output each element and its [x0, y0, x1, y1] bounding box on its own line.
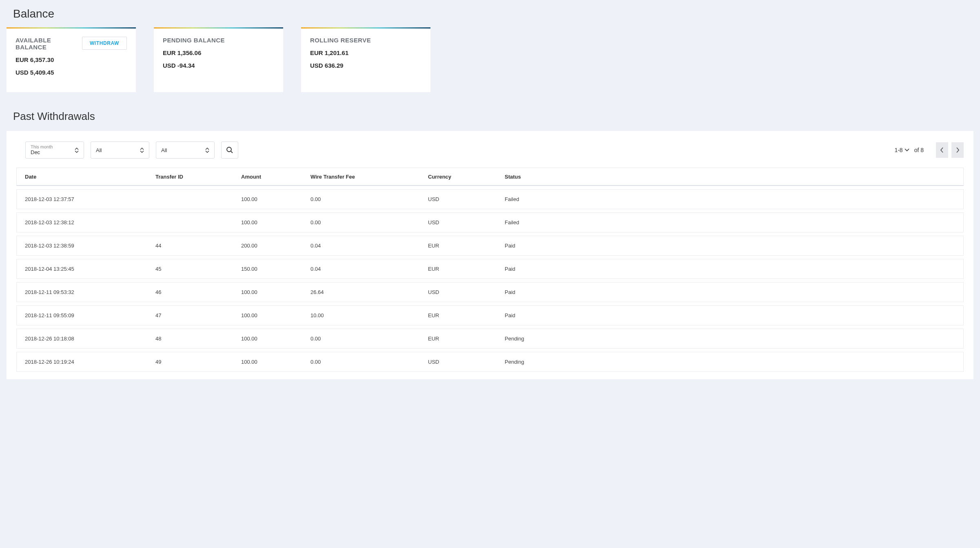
card-pending-balance: PENDING BALANCE EUR 1,356.06 USD -94.34 [154, 29, 283, 92]
cell-status: Failed [505, 219, 955, 225]
th-status[interactable]: Status [505, 174, 955, 180]
cell-status: Paid [505, 289, 955, 295]
filter-select-3[interactable]: All [156, 141, 215, 159]
period-select[interactable]: This month Dec [25, 141, 84, 159]
cell-currency: USD [428, 359, 505, 365]
spinner-icon [140, 148, 144, 153]
spinner-icon [75, 148, 79, 153]
table-row[interactable]: 2018-12-11 09:53:3246100.0026.64USDPaid [16, 282, 964, 302]
th-date[interactable]: Date [25, 174, 155, 180]
rolling-usd: USD 636.29 [310, 62, 421, 69]
pending-usd: USD -94.34 [163, 62, 274, 69]
chevron-down-icon [905, 148, 909, 152]
cell-fee: 0.00 [310, 219, 428, 225]
th-amount[interactable]: Amount [241, 174, 310, 180]
cell-currency: USD [428, 289, 505, 295]
filter-3-value: All [161, 147, 167, 153]
cell-date: 2018-12-03 12:38:12 [25, 219, 155, 225]
table-row[interactable]: 2018-12-04 13:25:4545150.000.04EURPaid [16, 259, 964, 279]
table-header: Date Transfer ID Amount Wire Transfer Fe… [16, 168, 964, 186]
pending-eur: EUR 1,356.06 [163, 49, 274, 56]
period-sublabel: This month [31, 144, 53, 150]
cell-transfer-id: 47 [155, 312, 241, 318]
card-rolling-title: ROLLING RESERVE [310, 37, 421, 44]
table-row[interactable]: 2018-12-03 12:37:57100.000.00USDFailed [16, 189, 964, 209]
svg-line-1 [231, 151, 233, 153]
page-title: Balance [7, 0, 973, 29]
pager: 1-8 of 8 [894, 142, 964, 158]
cell-amount: 100.00 [241, 336, 310, 342]
cell-currency: USD [428, 219, 505, 225]
cell-fee: 0.04 [310, 243, 428, 249]
cell-currency: EUR [428, 312, 505, 318]
table-row[interactable]: 2018-12-26 10:18:0848100.000.00EURPendin… [16, 329, 964, 349]
th-transfer-id[interactable]: Transfer ID [155, 174, 241, 180]
cell-currency: EUR [428, 336, 505, 342]
search-button[interactable] [221, 141, 238, 159]
cell-status: Pending [505, 336, 955, 342]
cell-transfer-id: 48 [155, 336, 241, 342]
section-title-withdrawals: Past Withdrawals [7, 107, 973, 131]
cell-transfer-id [155, 196, 241, 202]
spinner-icon [205, 148, 209, 153]
cell-date: 2018-12-11 09:55:09 [25, 312, 155, 318]
filter-bar: This month Dec All All [25, 141, 964, 159]
cell-currency: EUR [428, 243, 505, 249]
card-available-balance: AVAILABLE BALANCE EUR 6,357.30 USD 5,409… [7, 29, 136, 92]
th-currency[interactable]: Currency [428, 174, 505, 180]
cell-fee: 10.00 [310, 312, 428, 318]
cell-date: 2018-12-11 09:53:32 [25, 289, 155, 295]
cell-amount: 100.00 [241, 219, 310, 225]
cell-status: Pending [505, 359, 955, 365]
card-pending-title: PENDING BALANCE [163, 37, 274, 44]
cell-transfer-id: 45 [155, 266, 241, 272]
cell-status: Failed [505, 196, 955, 202]
cell-date: 2018-12-26 10:19:24 [25, 359, 155, 365]
cell-date: 2018-12-04 13:25:45 [25, 266, 155, 272]
cell-transfer-id: 46 [155, 289, 241, 295]
cell-status: Paid [505, 243, 955, 249]
cell-transfer-id [155, 219, 241, 225]
cell-amount: 150.00 [241, 266, 310, 272]
pager-next-button[interactable] [951, 142, 964, 158]
card-rolling-reserve: ROLLING RESERVE EUR 1,201.61 USD 636.29 [301, 29, 430, 92]
pager-range: 1-8 [894, 147, 902, 153]
table-row[interactable]: 2018-12-03 12:38:5944200.000.04EURPaid [16, 236, 964, 256]
balance-cards: AVAILABLE BALANCE EUR 6,357.30 USD 5,409… [7, 29, 973, 92]
cell-amount: 100.00 [241, 312, 310, 318]
table-row[interactable]: 2018-12-26 10:19:2449100.000.00USDPendin… [16, 352, 964, 372]
chevron-left-icon [940, 147, 944, 153]
cell-fee: 0.00 [310, 196, 428, 202]
cell-currency: EUR [428, 266, 505, 272]
cell-currency: USD [428, 196, 505, 202]
pager-prev-button[interactable] [936, 142, 948, 158]
withdraw-button[interactable]: WITHDRAW [82, 37, 127, 50]
cell-transfer-id: 44 [155, 243, 241, 249]
cell-amount: 100.00 [241, 289, 310, 295]
card-available-title: AVAILABLE BALANCE [16, 37, 82, 51]
cell-amount: 200.00 [241, 243, 310, 249]
cell-date: 2018-12-26 10:18:08 [25, 336, 155, 342]
table-row[interactable]: 2018-12-11 09:55:0947100.0010.00EURPaid [16, 305, 964, 325]
cell-status: Paid [505, 266, 955, 272]
filter-select-2[interactable]: All [91, 141, 149, 159]
cell-fee: 26.64 [310, 289, 428, 295]
cell-date: 2018-12-03 12:38:59 [25, 243, 155, 249]
cell-amount: 100.00 [241, 359, 310, 365]
pager-range-wrap[interactable]: 1-8 [894, 147, 909, 153]
cell-status: Paid [505, 312, 955, 318]
pager-of: of 8 [914, 147, 924, 153]
filter-2-value: All [96, 147, 102, 153]
withdrawals-panel: This month Dec All All [7, 131, 973, 379]
chevron-right-icon [956, 147, 960, 153]
cell-date: 2018-12-03 12:37:57 [25, 196, 155, 202]
th-fee[interactable]: Wire Transfer Fee [310, 174, 428, 180]
available-usd: USD 5,409.45 [16, 69, 82, 76]
cell-amount: 100.00 [241, 196, 310, 202]
withdrawals-table: Date Transfer ID Amount Wire Transfer Fe… [16, 168, 964, 372]
cell-fee: 0.00 [310, 336, 428, 342]
table-row[interactable]: 2018-12-03 12:38:12100.000.00USDFailed [16, 212, 964, 232]
available-eur: EUR 6,357.30 [16, 56, 82, 63]
period-value: Dec [31, 150, 53, 156]
cell-transfer-id: 49 [155, 359, 241, 365]
